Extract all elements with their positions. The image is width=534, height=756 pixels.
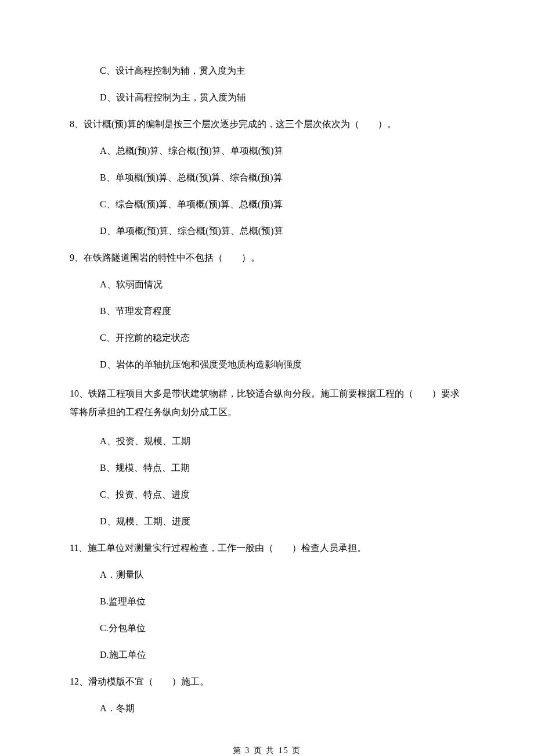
q8-stem: 8、设计概(预)算的编制是按三个层次逐步完成的，这三个层次依次为（ ）。 — [70, 117, 464, 131]
q10-option-d: D、规模、工期、进度 — [70, 514, 464, 528]
q12-stem: 12、滑动模版不宜（ ）施工。 — [70, 675, 464, 689]
q9-option-a: A、软弱面情况 — [70, 278, 464, 291]
q9-option-c: C、开挖前的稳定状态 — [70, 331, 464, 345]
q10-option-a: A、投资、规模、工期 — [70, 434, 464, 448]
q10-stem: 10、铁路工程项目大多是带状建筑物群，比较适合纵向分段。施工前要根据工程的（ ）… — [70, 384, 464, 422]
q9-option-b: B、节理发育程度 — [70, 304, 464, 318]
q11-option-d: D.施工单位 — [70, 648, 464, 662]
q11-stem: 11、施工单位对测量实行过程检查，工作一般由（ ）检查人员承担。 — [70, 541, 464, 555]
q11-option-b: B.监理单位 — [70, 595, 464, 609]
q9-option-d: D、岩体的单轴抗压饱和强度受地质构造影响强度 — [70, 358, 464, 372]
page-footer: 第 3 页 共 15 页 — [70, 744, 464, 756]
q7-option-d: D、设计高程控制为主，贯入度为辅 — [70, 91, 464, 105]
q7-option-c: C、设计高程控制为辅，贯入度为主 — [70, 64, 464, 78]
q9-stem: 9、在铁路隧道围岩的特性中不包括（ ）。 — [70, 251, 464, 265]
q11-option-c: C.分包单位 — [70, 621, 464, 635]
q8-option-d: D、单项概(预)算、综合概(预)算、总概(预)算 — [70, 224, 464, 238]
q8-option-b: B、单项概(预)算、总概(预)算、综合概(预)算 — [70, 171, 464, 185]
q11-option-a: A．测量队 — [70, 568, 464, 582]
q8-option-c: C、综合概(预)算、单项概(预)算、总概(预)算 — [70, 197, 464, 211]
q12-option-a: A．冬期 — [70, 701, 464, 715]
q10-option-c: C、投资、特点、进度 — [70, 488, 464, 502]
q10-option-b: B、规模、特点、工期 — [70, 461, 464, 475]
q8-option-a: A、总概(预)算、综合概(预)算、单项概(预)算 — [70, 144, 464, 158]
